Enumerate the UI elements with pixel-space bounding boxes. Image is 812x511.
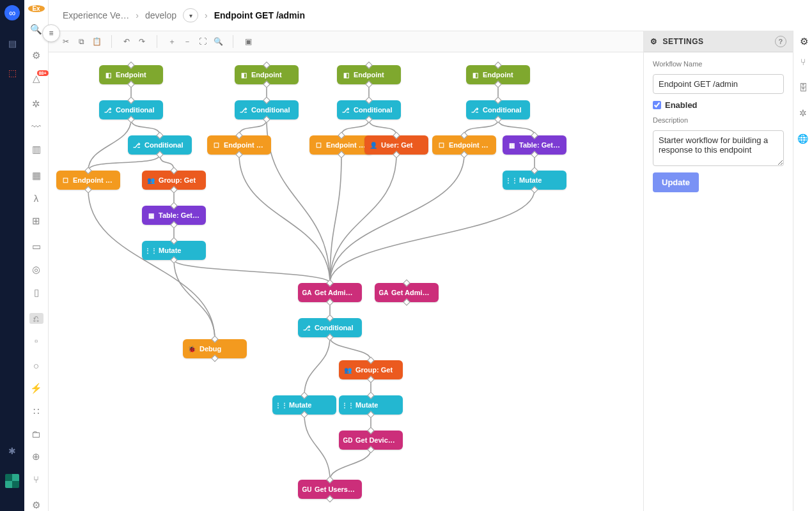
node-label: Table: Get … (519, 141, 561, 149)
breadcrumb-branch-dropdown[interactable]: ▾ (183, 8, 198, 22)
rail-cube-icon[interactable]: ⬚ (6, 66, 19, 79)
node-icon: ⋮⋮ (508, 176, 515, 184)
tool-nt-icon[interactable]: ▫ (29, 335, 43, 346)
tool-cog2-icon[interactable]: ✲ (29, 98, 43, 110)
help-icon[interactable]: ? (775, 36, 786, 47)
node-icon: GA (380, 289, 387, 296)
node-label: Endpoint Reply (326, 141, 368, 149)
rail-graph-icon[interactable]: ✱ (6, 445, 19, 457)
app-logo[interactable]: ∞ (4, 5, 20, 20)
node-label: Endpoint Reply (449, 141, 491, 149)
cut-button[interactable]: ✂ (59, 34, 73, 49)
workflow-canvas[interactable]: ◧Endpoint◧Endpoint◧Endpoint◧Endpoint⎇Con… (49, 52, 643, 511)
breadcrumb-root[interactable]: Experience Ve… (63, 10, 129, 20)
node-icon: ⋮⋮ (344, 401, 352, 409)
node-label: Mutate (519, 176, 542, 184)
right-cog-icon[interactable]: ✲ (797, 107, 809, 119)
node-label: Conditional (116, 106, 155, 114)
node-icon: GA (303, 289, 311, 296)
update-button[interactable]: Update (653, 172, 699, 192)
panel-button[interactable]: ▣ (241, 34, 255, 49)
node-label: Conditional (144, 141, 183, 149)
right-globe-icon[interactable]: 🌐 (797, 133, 809, 144)
tool-folder-icon[interactable]: 🗀 (29, 429, 43, 439)
node-icon: ☐ (315, 141, 322, 149)
enabled-label: Enabled (665, 100, 698, 110)
edge-cd3-ug1 (369, 119, 396, 135)
copy-button[interactable]: ⧉ (74, 34, 88, 49)
node-icon: GD (344, 436, 352, 444)
node-label: Group: Get (355, 366, 393, 374)
tool-alert-icon[interactable]: △88+ (29, 73, 43, 84)
edge-er4-ga1 (330, 155, 464, 283)
alert-badge: 88+ (37, 70, 49, 76)
org-avatar[interactable]: Ex (28, 5, 45, 12)
node-label: Endpoint Reply (224, 141, 266, 149)
node-label: Get Devices… (355, 436, 398, 444)
node-icon: 👥 (344, 366, 352, 374)
node-label: Endpoint (251, 71, 282, 79)
breadcrumb-branch[interactable]: develop (145, 10, 176, 20)
node-icon: ☐ (212, 141, 220, 149)
tool-gear3-icon[interactable]: ⚙ (29, 500, 43, 511)
tool-workflow-icon[interactable]: ⎌ (29, 313, 43, 324)
node-icon: ▦ (508, 141, 515, 149)
description-label: Description (653, 116, 784, 124)
edge-mu4-ga1 (330, 190, 535, 283)
node-label: Table: Get … (159, 211, 201, 219)
node-icon: ⎇ (471, 106, 479, 114)
hamburger-button[interactable]: ≡ (42, 24, 60, 42)
tool-search-icon[interactable]: 🔍 (29, 24, 43, 35)
rail-dashboard-icon[interactable]: ▤ (6, 37, 19, 50)
node-icon: ◧ (104, 71, 112, 79)
tool-calc-icon[interactable]: ▭ (29, 241, 43, 252)
node-icon: 👤 (370, 141, 377, 149)
tool-branch-icon[interactable]: ⑂ (29, 474, 43, 485)
edge-cd1-er1 (88, 119, 131, 171)
node-icon: ⋮⋮ (147, 247, 155, 254)
edge-cd4-er4 (464, 119, 498, 135)
edge-gd1-gu1 (330, 450, 371, 480)
tool-chart-icon[interactable]: ▥ (29, 144, 43, 155)
fit-button[interactable]: ⛶ (196, 34, 210, 49)
undo-button[interactable]: ↶ (120, 34, 134, 49)
right-db-icon[interactable]: 🗄 (797, 82, 809, 93)
enabled-checkbox[interactable] (653, 101, 661, 109)
node-label: Mutate (159, 247, 181, 254)
breadcrumb-sep-1: › (136, 10, 139, 20)
right-branch-icon[interactable]: ⑂ (797, 56, 809, 68)
zoom-in-button[interactable]: ＋ (165, 34, 179, 49)
node-icon: 🐞 (188, 345, 196, 353)
right-rail: ⚙ ⑂ 🗄 ✲ 🌐 (793, 31, 812, 511)
node-icon: ☐ (61, 176, 69, 184)
node-label: Get Users b… (315, 485, 357, 493)
breadcrumb-sep-2: › (205, 10, 208, 20)
tool-net-icon[interactable]: ⊕ (29, 451, 43, 462)
tool-box-icon[interactable]: ⊞ (29, 215, 43, 227)
right-gear-icon[interactable]: ⚙ (800, 36, 808, 47)
node-label: Endpoint (354, 71, 384, 79)
tool-globe2-icon[interactable]: ○ (29, 360, 43, 371)
tool-lambda-icon[interactable]: λ (29, 193, 43, 204)
zoom-out-button[interactable]: － (180, 34, 194, 49)
redo-button[interactable]: ↷ (135, 34, 149, 49)
description-input[interactable] (653, 130, 784, 166)
rail-avatar[interactable] (5, 474, 19, 488)
workflow-name-input[interactable] (653, 74, 784, 94)
tool-grid-icon[interactable]: ▦ (29, 170, 43, 181)
node-icon: ◧ (471, 71, 479, 79)
node-icon: ⎇ (133, 141, 141, 149)
tool-settings-icon[interactable]: ⚙ (29, 50, 43, 61)
node-label: Conditional (315, 324, 354, 332)
node-label: Group: Get (159, 176, 196, 184)
tool-bolt-icon[interactable]: ⚡ (29, 383, 43, 394)
node-label: Conditional (354, 106, 393, 114)
tool-wave-icon[interactable]: 〰 (29, 121, 43, 132)
edge-mu1-db1 (174, 260, 215, 339)
tool-book-icon[interactable]: ▯ (29, 287, 43, 298)
tool-target-icon[interactable]: ◎ (29, 264, 43, 275)
paste-button[interactable]: 📋 (90, 34, 104, 49)
inspect-button[interactable]: 🔍 (211, 34, 225, 49)
tool-people-icon[interactable]: ∷ (29, 406, 43, 417)
app-rail: ∞ ▤ ⬚ ✱ (0, 0, 24, 511)
